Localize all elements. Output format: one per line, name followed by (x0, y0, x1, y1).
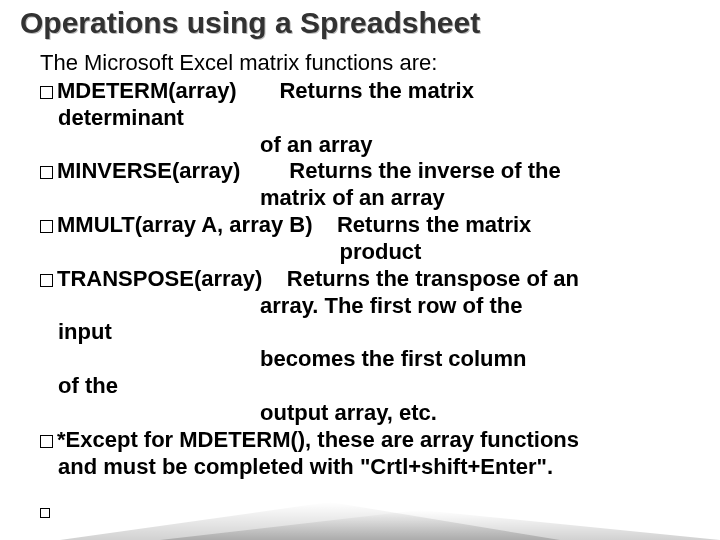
line-mdeterm-3: of an array (40, 132, 720, 159)
slide: Operations using a Spreadsheet The Micro… (0, 0, 720, 540)
line-transpose-5: of the (40, 373, 720, 400)
line-transpose-3: input (40, 319, 720, 346)
line-mdeterm-2: determinant (40, 105, 720, 132)
bullet-icon (40, 220, 53, 233)
bullet-icon (40, 166, 53, 179)
line-except: *Except for MDETERM(), these are array f… (40, 427, 720, 454)
intro-text: The Microsoft Excel matrix functions are… (40, 50, 437, 76)
svg-marker-1 (160, 510, 720, 540)
line-transpose-2: array. The first row of the (40, 293, 720, 320)
bullet-icon (40, 86, 53, 99)
line-mmult-2: product (40, 239, 720, 266)
line-mmult: MMULT(array A, array B) Returns the matr… (40, 212, 720, 239)
line-mdeterm: MDETERM(array) Returns the matrix (40, 78, 720, 105)
line-minverse-2: matrix of an array (40, 185, 720, 212)
bullet-icon (40, 274, 53, 287)
slide-title: Operations using a Spreadsheet (20, 6, 480, 40)
body-text: MDETERM(array) Returns the matrix determ… (40, 78, 720, 480)
line-transpose: TRANSPOSE(array) Returns the transpose o… (40, 266, 720, 293)
line-transpose-4: becomes the first column (40, 346, 720, 373)
bullet-icon (40, 508, 50, 518)
line-except-2: and must be completed with "Crtl+shift+E… (40, 454, 720, 481)
decorative-shadow (0, 492, 720, 540)
line-transpose-6: output array, etc. (40, 400, 720, 427)
line-minverse: MINVERSE(array) Returns the inverse of t… (40, 158, 720, 185)
bullet-icon (40, 435, 53, 448)
svg-marker-0 (60, 502, 560, 540)
